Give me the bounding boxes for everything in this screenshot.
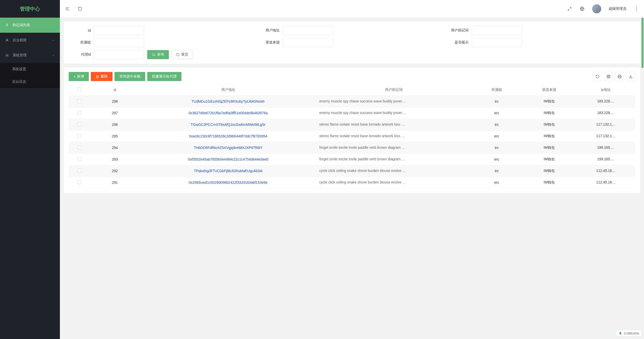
- cell-id: 297: [90, 107, 140, 119]
- cell-id: 291: [90, 177, 140, 188]
- table-print-button[interactable]: [615, 72, 624, 81]
- search-form: id 用户地址 用户助记词 所属链: [69, 26, 635, 59]
- header-addr: 用户地址: [140, 84, 316, 96]
- cell-mnemonic: enemy muscle spy chase success wave budd…: [319, 111, 406, 115]
- cell-ip: 183.228.…: [597, 111, 615, 115]
- cell-chain: erc: [472, 107, 522, 119]
- row-checkbox[interactable]: [77, 122, 81, 126]
- row-checkbox[interactable]: [77, 157, 81, 161]
- address-link[interactable]: TPqkafxg3FTvCGkPj8bJGRuMaEUgcAb34i: [194, 169, 262, 173]
- content: id 用户地址 用户助记词 所属链: [60, 18, 644, 339]
- input-chain[interactable]: [94, 38, 144, 47]
- table-card: + 新增 删除 查询选中余额 批量展示: [64, 67, 640, 193]
- cell-chain: trc: [472, 165, 522, 177]
- reset-button[interactable]: 重置: [171, 50, 193, 59]
- svg-rect-15: [609, 75, 610, 76]
- sidebar-item-mnemonic-list[interactable]: 助记词列表: [0, 18, 60, 33]
- query-button[interactable]: 查询: [147, 50, 169, 59]
- svg-point-9: [636, 7, 637, 7]
- form-item-agent-id: 代理id 查询: [69, 50, 193, 59]
- leaf-icon: [618, 331, 622, 335]
- avatar[interactable]: [592, 4, 601, 13]
- svg-line-6: [568, 9, 569, 10]
- address-link[interactable]: 0x3627d9e672b1f9a7ed9a3ff51e004de9b46397…: [188, 111, 268, 115]
- table-refresh-button[interactable]: [593, 72, 602, 81]
- cell-ip: 112.45.16…: [596, 169, 615, 173]
- add-button[interactable]: + 新增: [69, 72, 89, 81]
- address-link[interactable]: TGwGC2PCCrnST8xAfQJocGw6mMWe58LgSr: [191, 123, 266, 127]
- row-checkbox[interactable]: [77, 111, 81, 115]
- username[interactable]: 超级管理员: [609, 7, 626, 11]
- header-id: id: [90, 84, 140, 96]
- input-channel[interactable]: [283, 38, 333, 47]
- sidebar-item-label: 助记词列表: [13, 23, 55, 27]
- cell-mnemonic: stereo flame isolate resist base tornado…: [319, 122, 405, 126]
- sidebar-item-system[interactable]: 系统管理: [0, 48, 60, 63]
- address-link[interactable]: 0x2565ceaf1c50269096b2422f332d163abf153e…: [189, 180, 268, 184]
- svg-rect-18: [619, 77, 621, 78]
- balance-button-label: 查询选中余额: [119, 74, 140, 79]
- address-link[interactable]: 0xf3552e45ab7855b0e4484c22c1c4754d444e3e…: [188, 157, 269, 161]
- delete-button-label: 删除: [101, 74, 108, 79]
- cell-chain: trc: [472, 119, 522, 130]
- delete-button[interactable]: 删除: [91, 72, 112, 81]
- cell-id: 298: [90, 96, 140, 107]
- address-link[interactable]: THbDD5FdRkchZ5XVgjq9re68XJXP9Tf58Y: [194, 146, 262, 150]
- table-row: 292 TPqkafxg3FTvCGkPj8bJGRuMaEUgcAb34i c…: [69, 165, 635, 177]
- table-export-button[interactable]: [626, 72, 635, 81]
- sidebar-item-permissions[interactable]: 后台权限: [0, 33, 60, 48]
- row-checkbox[interactable]: [77, 145, 81, 149]
- sidebar-subitem-logs[interactable]: 后台日志: [0, 76, 60, 88]
- timer-badge: 0.096163s: [616, 330, 641, 336]
- row-checkbox[interactable]: [77, 134, 81, 138]
- row-checkbox[interactable]: [77, 169, 81, 173]
- add-button-label: 新增: [77, 74, 84, 79]
- label-channel: 渠道来源: [257, 40, 283, 45]
- timer-value: 0.096163s: [624, 331, 639, 335]
- cell-mnemonic: forget smile excite invite paddle verb b…: [319, 157, 405, 161]
- row-checkbox[interactable]: [77, 180, 81, 184]
- input-user-addr[interactable]: [283, 26, 333, 35]
- fullscreen-icon[interactable]: [567, 6, 572, 11]
- table-columns-button[interactable]: [604, 72, 613, 81]
- sidebar-subitem-settings[interactable]: 系统设置: [0, 63, 60, 76]
- input-mnemonic[interactable]: [472, 26, 522, 35]
- table-row: 293 0xf3552e45ab7855b0e4484c22c1c4754d44…: [69, 154, 635, 165]
- toolbar-right: [593, 72, 635, 81]
- data-table: id 用户地址 用户助记词 所属链 渠道来源 ip地址 298 TUdMDu1G…: [69, 84, 635, 189]
- label-id: id: [69, 28, 94, 32]
- svg-point-0: [6, 39, 8, 40]
- globe-icon[interactable]: [580, 6, 585, 11]
- balance-button[interactable]: 查询选中余额: [115, 72, 145, 81]
- form-item-chain: 所属链: [69, 38, 257, 47]
- batch-show-button[interactable]: 批量展示给代理: [147, 72, 181, 81]
- label-show-flag: 是否展示: [446, 40, 472, 45]
- label-chain: 所属链: [69, 40, 94, 45]
- header-check: [69, 84, 90, 96]
- more-icon[interactable]: [634, 6, 639, 11]
- table-row: 291 0x2565ceaf1c50269096b2422f332d163abf…: [69, 177, 635, 188]
- search-card: id 用户地址 用户助记词 所属链: [64, 21, 640, 64]
- batch-show-label: 批量展示给代理: [152, 74, 177, 79]
- input-agent-id[interactable]: [94, 50, 144, 59]
- user-icon: [5, 38, 9, 42]
- cell-ip: 112.45.16…: [596, 180, 615, 184]
- input-show-flag[interactable]: [472, 38, 522, 47]
- menu-toggle-icon[interactable]: [65, 6, 70, 11]
- header-mnemonic: 用户助记词: [316, 84, 472, 96]
- plus-icon: +: [73, 74, 75, 79]
- row-checkbox[interactable]: [77, 99, 81, 103]
- header: 超级管理员: [60, 0, 644, 18]
- header-chain: 所属链: [472, 84, 522, 96]
- table-row: 297 0x3627d9e672b1f9a7ed9a3ff51e004de9b4…: [69, 107, 635, 119]
- select-all-checkbox[interactable]: [77, 87, 81, 91]
- table-header-row: id 用户地址 用户助记词 所属链 渠道来源 ip地址: [69, 84, 635, 96]
- address-link[interactable]: 0xac6c150c8f7186528c2d966448f70dc7f87b59…: [189, 134, 267, 138]
- reset-button-label: 重置: [181, 52, 188, 57]
- address-link[interactable]: TUdMDu1GEzsNSjZEPz6RXobyTpU8A5NsWr: [192, 99, 265, 103]
- input-id[interactable]: [94, 26, 144, 35]
- query-button-label: 查询: [157, 52, 164, 57]
- refresh-icon[interactable]: [78, 6, 83, 11]
- cell-channel: IM钱包: [522, 130, 577, 142]
- cell-id: 292: [90, 165, 140, 177]
